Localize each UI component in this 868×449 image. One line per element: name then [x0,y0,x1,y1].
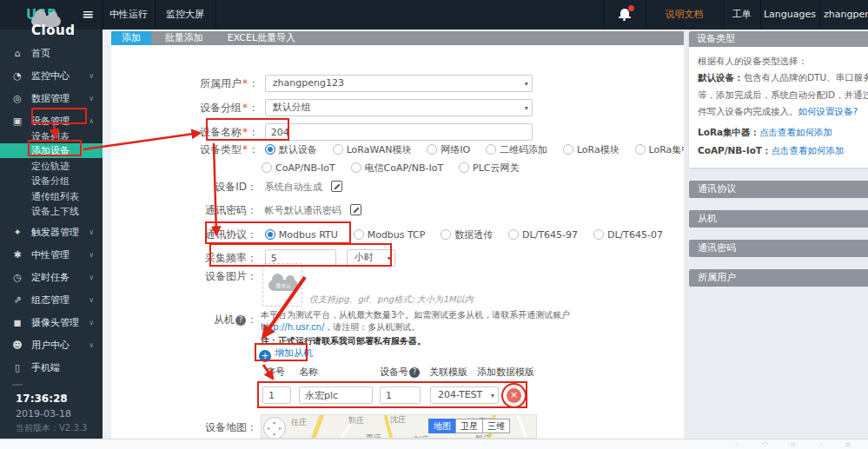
help-intro: 根据有人的设备类型选择： [698,53,868,69]
tools-icon [10,245,24,266]
map-place-label: 郭庄 [348,415,364,426]
radio-network-io[interactable]: 网络IO [427,144,470,155]
row-device-no-input[interactable] [380,386,421,404]
sidebar-item-monitor-center[interactable]: 监控中心∨ [0,66,103,87]
owner-select-value: zhangpeng123 [273,77,344,89]
chevron-down-icon: ▾ [525,76,528,93]
name-label: 设备名称 [200,126,242,138]
row-index-input[interactable] [262,386,291,404]
sidebar-item-neutral-mgmt[interactable]: 中性管理∨ [0,245,103,266]
sidebar-item-camera-mgmt[interactable]: 摄像头管理∨ [0,313,103,333]
sidebar-subitem-device-online[interactable]: 设备上下线 [0,204,103,219]
help-icon[interactable]: ? [235,315,246,326]
usrcloud-logo[interactable]: USRCloud [26,0,57,30]
form-row-owner: 所属用户*： zhangpeng123▾ [200,75,533,92]
sidebar-subitem-add-device[interactable]: 添加设备 [0,143,103,158]
delete-row-button[interactable]: × [507,388,521,403]
col-header-index: 序号 [266,366,285,379]
map-button-3d[interactable]: 三维 [482,419,510,433]
radio-lora-module[interactable]: LoRa模块 [563,144,620,155]
sidebar-item-label: 触发器管理 [31,222,79,243]
radio-icon [508,229,519,240]
slave-description: 本平台为测试平台，从机最大数量3个。如需测试更多从机，请联系开通测试账户。地址：… [261,309,570,333]
nav-item-monitor-screen[interactable]: 监控大屏 [155,0,215,30]
how-to-setup-link[interactable]: 如何设置设备? [798,106,858,116]
clock-icon [10,267,24,288]
add-data-template-link[interactable]: 添加数据模版 [477,366,534,379]
cloud-text: 透传云 [268,281,298,290]
sidebar-item-user-center[interactable]: 用户中心∨ [0,335,103,356]
row-name-input[interactable] [299,386,373,404]
help-section-owner[interactable]: 所属用户 [689,269,868,287]
sidebar-item-label: 定时任务 [31,267,70,288]
hamburger-menu-icon[interactable]: ≡ [82,0,94,30]
chevron-down-icon: ▾ [525,100,528,117]
trigger-icon [10,222,24,243]
radio-plc-gateway[interactable]: PLC云网关 [459,162,519,174]
sidebar-item-home[interactable]: 首页 [0,43,103,64]
radio-dlt645-97[interactable]: DL/T645-97 [508,229,578,241]
device-map[interactable]: 任庄 郭庄 沈庄 老庄孜 惠庄 刘庄 魏庄 ▴ ▾ ◂ ▸ 地图卫星三维 [261,414,537,439]
sidebar-subitem-location-track[interactable]: 定位轨迹 [0,159,103,174]
help-section-device-type-header[interactable]: 设备类型 [689,31,868,47]
coap-how-to-add-link[interactable]: 点击查看如何添加 [772,145,845,155]
help-icon[interactable]: ? [409,367,420,378]
nav-item-docs[interactable]: 说明文档 [646,0,723,30]
sidebar-item-label: 首页 [31,43,50,64]
nav-item-neutral-run[interactable]: 中性运行 [103,0,155,30]
help-coap: CoAP/NB-IoT：点击查看如何添加 [698,142,868,159]
map-place-label: 任庄 [291,417,307,428]
form-row-protocol: 通讯协议： Modbus RTU Modbus TCP 数据透传 DL/T645… [200,228,675,242]
slave-note: 注：正式运行请联系我司部署私有服务器。 [261,335,426,347]
tab-excel-import[interactable]: EXCEL批量导入 [217,31,306,45]
radio-qrcode-add[interactable]: 二维码添加 [486,144,547,155]
radio-modbus-tcp[interactable]: Modbus TCP [354,229,426,241]
help-section-slave[interactable]: 从机 [689,210,868,228]
sidebar-item-mobile[interactable]: 手机端 [0,358,103,379]
sidebar-subitem-device-group[interactable]: 设备分组 [0,174,103,188]
tab-add[interactable]: 添加 [111,31,151,45]
image-upload-box[interactable]: 透传云 [262,263,302,307]
pan-down-icon: ▾ [273,431,275,437]
nav-item-username[interactable]: zhangpeng1 [824,0,868,30]
radio-lorawan-module[interactable]: LoRaWAN模块 [333,144,412,155]
alert-dot [628,5,634,11]
sidebar-item-trigger-mgmt[interactable]: 触发器管理∨ [0,222,103,243]
row-template-value: 204-TEST [438,389,482,400]
radio-modbus-rtu[interactable]: Modbus RTU [265,229,338,241]
required-mark: * [242,126,248,138]
sidebar-item-scada-mgmt[interactable]: 组态管理∨ [0,290,103,311]
radio-data-passthrough[interactable]: 数据透传 [441,229,493,241]
radio-coap-nbiot[interactable]: CoAP/NB-IoT [262,162,335,174]
radio-telecom-coap-nbiot[interactable]: 电信CoAP/NB-IoT [351,162,444,174]
help-section-protocol[interactable]: 通讯协议 [689,181,868,198]
frequency-unit-select[interactable]: 小时▾ [347,249,395,267]
tab-batch-add[interactable]: 批量添加 [155,31,214,45]
map-pan-control[interactable]: ▴ ▾ ◂ ▸ [263,417,286,439]
map-button-satellite[interactable]: 卫星 [455,419,483,433]
sidebar-item-timed-tasks[interactable]: 定时任务∨ [0,267,103,288]
group-select[interactable]: 默认分组▾ [265,99,533,116]
sidebar-item-data-mgmt[interactable]: 数据管理∨ [0,89,103,109]
form-row-group: 设备分组*： 默认分组▾ [200,99,533,116]
device-name-input[interactable] [265,123,533,141]
row-template-select[interactable]: 204-TEST▾ [430,386,499,404]
map-button-map[interactable]: 地图 [428,419,456,433]
owner-label: 所属用户 [200,77,242,89]
sidebar-subitem-device-list[interactable]: 设备列表 [0,129,103,144]
nav-item-work-order[interactable]: 工单 [723,0,760,30]
sidebar-divider [12,384,23,386]
radio-dlt645-07[interactable]: DL/T645-07 [593,229,663,241]
nav-item-languages[interactable]: Languages [760,0,819,30]
radio-icon [635,144,646,155]
edit-icon[interactable] [350,204,361,215]
sidebar-subitem-passthrough-group[interactable]: 通传组列表 [0,189,103,204]
help-section-password[interactable]: 通讯密码 [689,240,868,257]
add-slave-button[interactable]: +增加从机 [259,347,313,360]
edit-icon[interactable] [331,181,342,192]
notification-bell-icon[interactable] [619,8,634,22]
radio-default-device[interactable]: 默认设备 [265,144,317,155]
owner-select[interactable]: zhangpeng123▾ [265,75,533,92]
slave-test-link[interactable]: http://h.usr.cn/ [261,322,324,332]
lora-how-to-add-link[interactable]: 点击查看如何添加 [759,127,832,137]
